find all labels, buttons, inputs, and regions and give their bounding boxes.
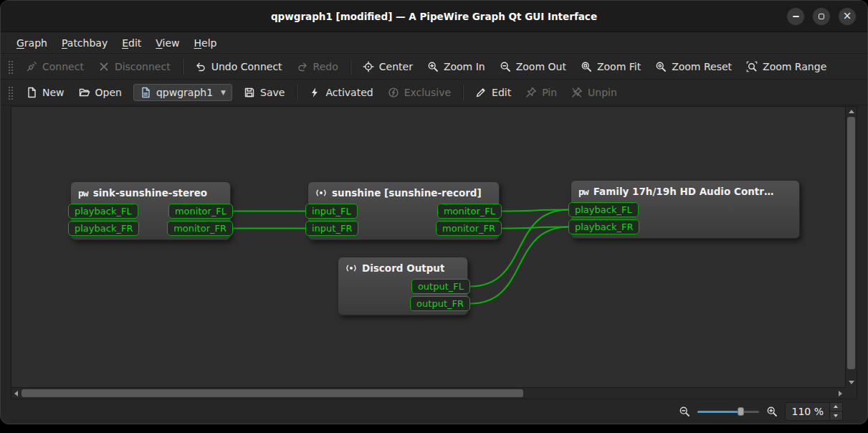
port-input_FL[interactable]: input_FL [305,204,358,219]
graph-canvas[interactable]: pwsink-sunshine-stereoplayback_FLmonitor… [11,107,845,387]
pin-label: Pin [542,87,557,98]
port-row: input_FLmonitor_FL [308,204,499,219]
zoom-spinbox[interactable]: 110 % [785,402,843,421]
zoom-fit-icon [581,61,592,72]
node-title: Family 17h/19h HD Audio Contr… [593,186,774,197]
menu-view[interactable]: View [148,34,186,52]
port-output_FL[interactable]: output_FL [411,279,470,294]
exclusive-button[interactable]: Exclusive [381,83,457,102]
new-icon [26,87,37,98]
port-row: playback_FR [571,219,799,234]
port-monitor_FL[interactable]: monitor_FL [437,204,502,219]
port-playback_FL[interactable]: playback_FL [68,204,138,219]
port-playback_FL[interactable]: playback_FL [568,202,639,217]
new-button[interactable]: New [19,83,71,102]
edit-label: Edit [492,87,511,98]
minimize-button[interactable] [787,8,804,25]
port-output_FR[interactable]: output_FR [410,296,470,311]
disconnect-button[interactable]: Disconnect [92,57,177,76]
zoom-slider-handle[interactable] [738,407,744,416]
toolbar-drag-handle[interactable] [8,85,13,100]
titlebar[interactable]: qpwgraph1 [modified] — A PipeWire Graph … [1,1,867,32]
node-family[interactable]: pwFamily 17h/19h HD Audio Contr…playback… [571,180,800,239]
connect-button[interactable]: Connect [19,57,90,76]
zoom-range-icon [746,61,758,72]
scroll-down-button[interactable] [849,381,854,384]
node-sunshine[interactable]: sunshine [sunshine-record]input_FLmonito… [307,181,500,240]
pin-button[interactable]: Pin [519,83,563,102]
pin-icon [525,87,537,98]
connect-icon [26,61,37,72]
zoom-in-icon[interactable] [766,406,778,417]
connect-label: Connect [42,61,84,72]
toolbar-drag-handle[interactable] [8,60,13,74]
activated-button[interactable]: Activated [302,83,379,102]
menubar: GraphPatchbayEditViewHelp [1,32,867,54]
port-monitor_FR[interactable]: monitor_FR [436,221,502,236]
toolbar-main: ConnectDisconnectUndo ConnectRedoCenterZ… [1,54,867,80]
scroll-up-button[interactable] [849,110,854,113]
undo-connect-label: Undo Connect [211,61,282,72]
edges-svg [11,107,845,387]
center-button[interactable]: Center [356,57,419,76]
menu-graph[interactable]: Graph [9,34,54,52]
new-label: New [42,87,65,98]
zoom-slider[interactable] [697,406,759,417]
zoom-out-label: Zoom Out [516,61,566,72]
record-icon [345,262,357,274]
port-playback_FR[interactable]: playback_FR [568,219,639,234]
node-title-bar: pwsink-sunshine-stereo [71,182,230,202]
zoom-reset-button[interactable]: Zoom Reset [649,57,738,76]
zoom-range-label: Zoom Range [763,61,826,72]
close-button[interactable]: × [839,8,856,25]
scroll-right-button[interactable] [839,391,842,396]
zoom-in-icon [427,61,439,72]
zoom-range-button[interactable]: Zoom Range [740,57,833,76]
port-playback_FR[interactable]: playback_FR [68,221,139,236]
port-input_FR[interactable]: input_FR [305,221,358,236]
unpin-button[interactable]: Unpin [565,83,624,102]
maximize-icon [819,14,824,19]
exclusive-icon [388,87,399,98]
patchbay-select-label: qpwgraph1 [156,87,213,98]
horizontal-scroll-thumb[interactable] [22,389,523,397]
patchbay-select-button[interactable]: qpwgraph1▼ [133,84,232,101]
zoom-spin-up-button[interactable] [830,403,842,411]
pipewire-icon: pw [578,187,588,196]
zoom-value: 110 % [792,406,824,417]
patchbay-file-icon [140,87,151,98]
save-button[interactable]: Save [237,83,291,102]
record-icon [315,187,327,199]
window-title: qpwgraph1 [modified] — A PipeWire Graph … [271,11,597,22]
zoom-out-button[interactable]: Zoom Out [493,57,573,76]
menu-help[interactable]: Help [187,34,224,52]
maximize-button[interactable] [813,8,830,25]
zoom-out-icon[interactable] [679,406,690,417]
port-monitor_FR[interactable]: monitor_FR [167,221,233,236]
save-icon [244,87,255,98]
undo-icon [195,61,206,72]
horizontal-scrollbar[interactable] [11,387,845,399]
zoom-spin-arrows [829,403,842,419]
menu-patchbay[interactable]: Patchbay [54,34,115,52]
vertical-scroll-thumb[interactable] [847,117,855,369]
menu-edit[interactable]: Edit [115,34,148,52]
undo-connect-button[interactable]: Undo Connect [189,57,289,76]
edit-button[interactable]: Edit [469,83,518,102]
node-title-bar: sunshine [sunshine-record] [308,182,499,202]
toolbar-separator [462,85,464,100]
toolbar-file: NewOpenqpwgraph1▼SaveActivatedExclusiveE… [1,80,867,105]
zoom-in-button[interactable]: Zoom In [421,57,492,76]
node-sink[interactable]: pwsink-sunshine-stereoplayback_FLmonitor… [70,181,231,240]
redo-button[interactable]: Redo [290,57,345,76]
open-button[interactable]: Open [72,83,128,102]
zoom-in-label: Zoom In [444,61,485,72]
vertical-scrollbar[interactable] [845,107,857,387]
scroll-left-button[interactable] [14,391,18,396]
chevron-down-icon: ▼ [221,89,226,96]
zoom-fit-button[interactable]: Zoom Fit [574,57,647,76]
zoom-reset-label: Zoom Reset [672,61,732,72]
zoom-spin-down-button[interactable] [830,411,842,419]
node-discord[interactable]: Discord Outputoutput_FLoutput_FR [338,257,468,315]
port-monitor_FL[interactable]: monitor_FL [168,204,233,219]
